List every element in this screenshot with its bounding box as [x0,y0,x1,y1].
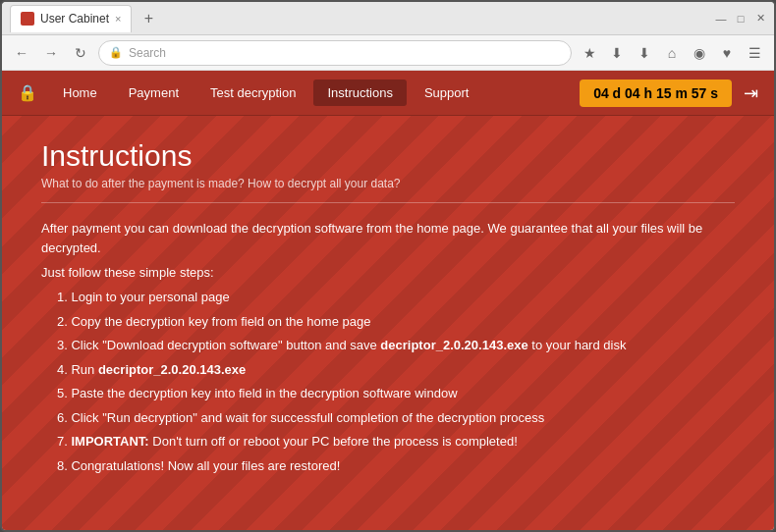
countdown-timer: 04 d 04 h 15 m 57 s [580,80,732,107]
tab-title: User Cabinet [40,12,109,26]
nav-lock-icon: 🔒 [18,83,37,102]
nav-instructions[interactable]: Instructions [313,80,406,106]
step-5: 5. Paste the decryption key into field i… [57,384,735,403]
step-2-text: 2. Copy the decryption key from field on… [57,314,370,329]
lock-icon: 🔒 [109,46,123,59]
maximize-button[interactable]: □ [735,13,747,25]
nav-bar: 🔒 Home Payment Test decryption Instructi… [2,71,774,116]
title-bar: User Cabinet × + — □ ✕ [2,2,774,35]
pocket-icon[interactable]: ♥ [715,41,739,65]
step-4: 4. Run decriptor_2.0.20.143.exe [57,360,735,380]
tab-close-button[interactable]: × [115,13,121,25]
search-text: Search [129,46,166,60]
nav-links: Home Payment Test decryption Instruction… [49,80,580,106]
address-bar: ← → ↻ 🔒 Search ★ ⬇ ⬇ ⌂ ◉ ♥ ☰ [2,35,774,71]
logout-icon[interactable]: ⇥ [744,82,758,104]
step-1-text: 1. Login to your personal page [57,290,230,304]
nav-home[interactable]: Home [49,80,111,106]
download2-icon[interactable]: ⬇ [633,41,656,65]
new-tab-button[interactable]: + [136,6,161,31]
step-2: 2. Copy the decryption key from field on… [57,312,735,332]
page-title: Instructions [41,139,735,173]
step-4-bold: decriptor_2.0.20.143.exe [98,362,246,377]
intro-text: After payment you can download the decry… [41,219,735,257]
step-5-text: 5. Paste the decryption key into field i… [57,386,458,400]
step-3-bold: decriptor_2.0.20.143.exe [380,338,527,352]
step-8-text: 8. Congratulations! Now all your files a… [57,458,340,473]
browser-tab[interactable]: User Cabinet × [10,5,132,32]
step-7: 7. IMPORTANT: Don't turn off or reboot y… [57,432,735,452]
step-6: 6. Click "Run decryption" and wait for s… [57,408,735,428]
nav-payment[interactable]: Payment [115,80,193,106]
step-8: 8. Congratulations! Now all your files a… [57,456,735,476]
divider [41,202,735,203]
step-3: 3. Click "Download decryption software" … [57,336,735,355]
back-button[interactable]: ← [10,41,33,65]
page-subtitle: What to do after the payment is made? Ho… [41,177,735,190]
step-6-text: 6. Click "Run decryption" and wait for s… [57,410,544,425]
steps-intro: Just follow these simple steps: [41,265,735,280]
bookmark-star-icon[interactable]: ★ [578,41,601,65]
home-icon[interactable]: ⌂ [660,41,684,65]
download-icon[interactable]: ⬇ [605,41,629,65]
step-7-bold: IMPORTANT: [71,434,148,449]
minimize-button[interactable]: — [715,13,727,25]
url-bar[interactable]: 🔒 Search [98,40,572,66]
reload-button[interactable]: ↻ [69,41,92,65]
browser-window: User Cabinet × + — □ ✕ ← → ↻ 🔒 Search ★ … [0,0,776,532]
tab-favicon [21,12,34,26]
toolbar-icons: ★ ⬇ ⬇ ⌂ ◉ ♥ ☰ [578,41,766,65]
nav-support[interactable]: Support [411,80,483,106]
nav-test-decryption[interactable]: Test decryption [196,80,309,106]
forward-button[interactable]: → [39,41,63,65]
main-area: Instructions What to do after the paymen… [2,116,774,504]
extensions-icon[interactable]: ◉ [688,41,711,65]
step-1: 1. Login to your personal page [57,288,735,307]
steps-list: 1. Login to your personal page 2. Copy t… [41,288,735,475]
menu-icon[interactable]: ☰ [743,41,766,65]
page-content: 🔒 Home Payment Test decryption Instructi… [2,71,774,530]
window-controls: — □ ✕ [715,13,766,25]
close-button[interactable]: ✕ [754,13,766,25]
